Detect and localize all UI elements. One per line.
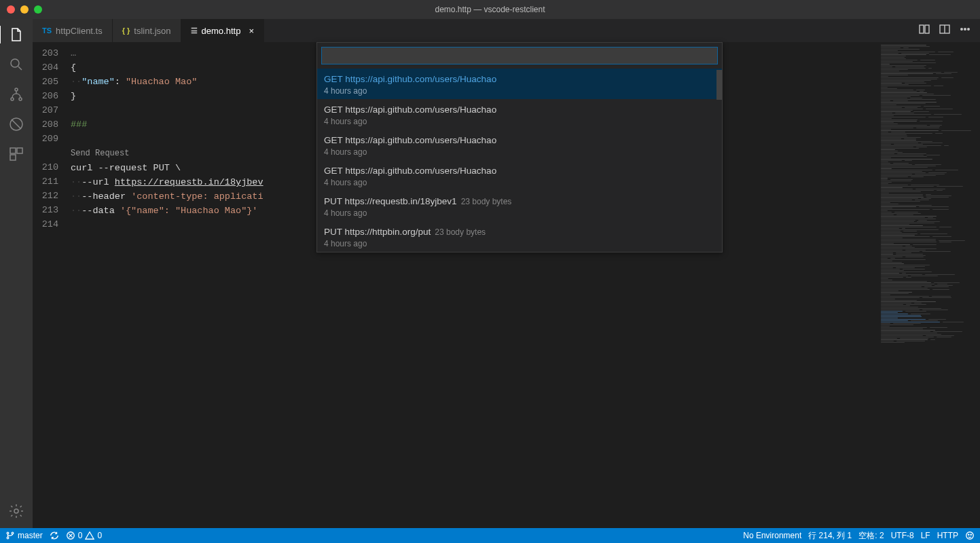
- git-branch[interactable]: master: [5, 531, 43, 540]
- quickpick-item[interactable]: PUT https://httpbin.org/put23 body bytes…: [317, 221, 722, 252]
- file-json-icon: { }: [122, 26, 130, 35]
- svg-point-19: [966, 532, 974, 540]
- quickpick-item[interactable]: GET https://api.github.com/users/Huachao…: [317, 130, 722, 160]
- indent[interactable]: 空格: 2: [858, 530, 884, 542]
- quickpick: GET https://api.github.com/users/Huachao…: [316, 42, 723, 252]
- language-mode[interactable]: HTTP: [937, 531, 958, 540]
- activitybar: [0, 19, 33, 528]
- close-icon[interactable]: ×: [249, 26, 254, 36]
- statusbar: master 0 0 No Environment 行 214, 列 1 空格:…: [0, 528, 980, 543]
- file-file-icon: ☰: [191, 26, 198, 35]
- quickpick-item[interactable]: GET https://api.github.com/users/Huachao…: [317, 69, 722, 99]
- git-icon[interactable]: [7, 86, 25, 103]
- svg-rect-6: [17, 148, 22, 153]
- file-ts-icon: TS: [42, 26, 52, 35]
- tab-label: tslint.json: [134, 26, 170, 36]
- more-icon[interactable]: [960, 24, 970, 37]
- quickpick-item[interactable]: GET https://api.github.com/users/Huachao…: [317, 99, 722, 130]
- titlebar: demo.http — vscode-restclient: [0, 0, 980, 19]
- svg-point-2: [11, 98, 14, 100]
- split-icon[interactable]: [939, 24, 950, 37]
- tab-demo-http[interactable]: ☰demo.http ×: [181, 19, 264, 42]
- tab-label: httpClient.ts: [56, 26, 103, 36]
- svg-point-8: [14, 509, 18, 513]
- tab-tslint-json[interactable]: { }tslint.json: [113, 19, 181, 42]
- svg-point-13: [964, 29, 966, 31]
- svg-point-14: [968, 29, 970, 31]
- compare-icon[interactable]: [919, 24, 930, 37]
- sync-icon[interactable]: [50, 531, 59, 540]
- extensions-icon[interactable]: [7, 145, 25, 163]
- explorer-icon[interactable]: [0, 26, 32, 43]
- encoding[interactable]: UTF-8: [891, 531, 914, 540]
- search-icon[interactable]: [7, 56, 25, 73]
- tabs: TShttpClient.ts{ }tslint.json☰demo.http …: [33, 19, 980, 42]
- feedback-icon[interactable]: [965, 531, 975, 540]
- quickpick-item[interactable]: GET https://api.github.com/users/Huachao…: [317, 160, 722, 191]
- svg-rect-7: [10, 155, 16, 160]
- tab-httpClient-ts[interactable]: TShttpClient.ts: [33, 19, 113, 42]
- eol[interactable]: LF: [921, 531, 930, 540]
- environment[interactable]: No Environment: [743, 531, 801, 540]
- tab-label: demo.http: [202, 26, 241, 36]
- quickpick-input[interactable]: [321, 47, 718, 64]
- svg-point-20: [968, 534, 969, 535]
- svg-rect-9: [920, 25, 924, 33]
- svg-rect-5: [10, 148, 16, 153]
- svg-point-1: [15, 88, 18, 91]
- window-title: demo.http — vscode-restclient: [0, 5, 980, 14]
- gear-icon[interactable]: [7, 502, 25, 520]
- problems[interactable]: 0 0: [66, 531, 102, 540]
- svg-point-12: [961, 29, 963, 31]
- cursor-position[interactable]: 行 214, 列 1: [808, 530, 852, 542]
- scrollbar[interactable]: [716, 70, 722, 100]
- minimap[interactable]: [878, 42, 980, 528]
- svg-point-3: [19, 98, 22, 100]
- svg-point-0: [11, 59, 19, 67]
- svg-point-16: [7, 537, 9, 539]
- debug-icon[interactable]: [7, 115, 25, 133]
- svg-point-21: [970, 534, 971, 535]
- svg-point-15: [7, 532, 9, 534]
- quickpick-item[interactable]: PUT https://requestb.in/18yjbev123 body …: [317, 191, 722, 221]
- svg-point-17: [12, 532, 14, 534]
- gutter: 203204205206207208209 210211212213214: [33, 42, 71, 528]
- svg-rect-10: [925, 25, 929, 33]
